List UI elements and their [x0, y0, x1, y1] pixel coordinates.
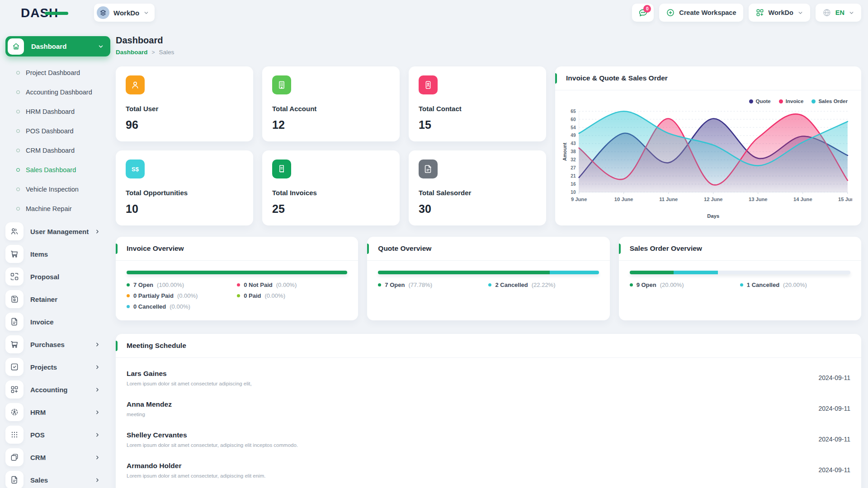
svg-text:15 June: 15 June	[838, 197, 852, 202]
legend-item: 7 Open(100.00%)	[127, 282, 237, 288]
sidebar-item-dashboard[interactable]: Dashboard	[5, 36, 110, 56]
sidebar-item-label: Accounting	[30, 386, 94, 394]
chevron-down-icon	[143, 10, 149, 16]
breadcrumb-separator: >	[152, 49, 155, 56]
sidebar-item-user-management[interactable]: User Management	[5, 220, 110, 243]
sidebar-item-sales-dashboard[interactable]: Sales Dashboard	[5, 160, 110, 179]
overview-grid: Invoice Overview 7 Open(100.00%) 0 Parti…	[116, 237, 861, 320]
workspace-switcher-button[interactable]: WorkDo	[749, 4, 810, 22]
breadcrumb-dashboard-link[interactable]: Dashboard	[116, 49, 148, 56]
svg-text:12 June: 12 June	[704, 197, 723, 202]
floppy-icon	[10, 295, 19, 304]
chevron-down-icon	[849, 10, 854, 16]
copy-icon	[10, 453, 19, 462]
workspace-name: WorkDo	[113, 9, 139, 17]
sidebar-item-machine-repair[interactable]: Machine Repair	[5, 199, 110, 218]
file-invoice-icon	[10, 317, 19, 326]
stat-label: Total Salesorder	[419, 189, 536, 197]
topbar-actions: 0 Create Workspace WorkDo EN	[632, 4, 861, 22]
sidebar-item-hrm-dashboard[interactable]: HRM Dashboard	[5, 102, 110, 121]
sidebar-item-crm-dashboard[interactable]: CRM Dashboard	[5, 141, 110, 160]
create-workspace-button[interactable]: Create Workspace	[659, 4, 743, 22]
svg-text:9 June: 9 June	[571, 197, 587, 202]
checkbox-icon	[10, 362, 19, 371]
file-icon-tile	[419, 160, 438, 178]
focus-user-icon	[10, 408, 19, 417]
chevron-down-icon	[98, 43, 104, 50]
svg-text:11 June: 11 June	[659, 197, 678, 202]
sidebar-item-vehicle-inspection[interactable]: Vehicle Inspection	[5, 179, 110, 199]
sidebar-item-label: Dashboard	[31, 42, 98, 50]
bullet-icon	[16, 168, 20, 172]
messages-button[interactable]: 0	[632, 4, 654, 22]
sidebar-item-purchases[interactable]: Purchases	[5, 333, 110, 356]
currency-icon: S$	[132, 166, 139, 173]
sidebar-item-project-dashboard[interactable]: Project Dashboard	[5, 63, 110, 82]
circle-plus-icon	[666, 8, 675, 17]
home-icon-tile	[8, 38, 24, 55]
meeting-description: Lorem ipsum dolor sit amet consectetur, …	[127, 442, 298, 448]
sidebar-item-pos-dashboard[interactable]: POS Dashboard	[5, 121, 110, 141]
svg-text:Amount: Amount	[562, 142, 567, 161]
legend-label: Quote	[756, 99, 771, 104]
cart-icon	[10, 249, 19, 258]
workspace-switcher-label: WorkDo	[769, 9, 793, 16]
sidebar-item-label: HRM	[30, 408, 94, 416]
chevron-right-icon	[94, 342, 100, 347]
workspace-avatar	[97, 6, 109, 19]
sidebar-item-items[interactable]: Items	[5, 243, 110, 265]
stats-grid: Total User 96 Total Account 12 Total Con…	[116, 66, 546, 225]
card-title: Sales Order Overview	[630, 244, 702, 253]
bullet-icon	[16, 90, 20, 94]
file-icon	[10, 475, 19, 484]
meeting-date: 2024-09-11	[818, 374, 850, 381]
svg-text:49: 49	[571, 133, 576, 138]
sidebar-item-hrm[interactable]: HRM	[5, 401, 110, 423]
chevron-down-icon	[797, 10, 803, 16]
legend-item: 7 Open(77.78%)	[378, 282, 488, 288]
legend-dot	[779, 99, 783, 103]
legend-dot	[127, 283, 130, 286]
workspace-pill[interactable]: WorkDo	[94, 4, 155, 22]
meeting-name: Armando Holder	[127, 462, 265, 470]
home-icon	[12, 42, 20, 51]
sidebar-item-sales[interactable]: Sales	[5, 469, 110, 488]
svg-text:21: 21	[571, 174, 576, 178]
sidebar-item-accounting-dashboard[interactable]: Accounting Dashboard	[5, 82, 110, 102]
sidebar-item-label: Sales Dashboard	[26, 166, 76, 174]
sidebar-item-proposal[interactable]: Proposal	[5, 265, 110, 288]
building-icon-tile	[272, 75, 291, 94]
chevron-right-icon	[94, 432, 100, 438]
meeting-row: Lars GainesLorem ipsum dolor sit amet co…	[127, 362, 850, 393]
sidebar-item-label: Proposal	[30, 273, 110, 281]
app-logo[interactable]: DASH	[21, 6, 58, 20]
svg-text:32: 32	[571, 157, 576, 162]
sidebar-item-pos[interactable]: POS	[5, 423, 110, 446]
card-title: Meeting Schedule	[127, 342, 186, 350]
sidebar-item-retainer[interactable]: Retainer	[5, 288, 110, 310]
sidebar-item-invoice[interactable]: Invoice	[5, 310, 110, 333]
file-icon	[423, 164, 433, 174]
stat-label: Total User	[126, 105, 243, 113]
sidebar-item-label: POS	[30, 431, 94, 439]
meeting-row: Anna Mendezmeeting 2024-09-11	[127, 393, 850, 424]
stat-card-total-account: Total Account 12	[262, 66, 400, 141]
meeting-date: 2024-09-11	[818, 436, 850, 443]
language-selector[interactable]: EN	[816, 4, 861, 22]
sidebar-item-crm[interactable]: CRM	[5, 446, 110, 469]
legend-dot	[630, 283, 633, 286]
legend-item-sales-order[interactable]: Sales Order	[811, 99, 848, 104]
stat-value: 30	[419, 202, 536, 216]
legend-item-quote[interactable]: Quote	[749, 99, 771, 104]
chevron-right-icon	[94, 409, 100, 415]
legend-item-invoice[interactable]: Invoice	[779, 99, 804, 104]
stat-card-total-salesorder: Total Salesorder 30	[409, 150, 546, 225]
sidebar-menu: User Management Items Proposal Retainer …	[5, 220, 110, 488]
sidebar-item-label: Items	[30, 250, 110, 258]
sidebar-item-projects[interactable]: Projects	[5, 356, 110, 378]
stat-card-total-contact: Total Contact 15	[409, 66, 546, 141]
sidebar-item-accounting[interactable]: Accounting	[5, 378, 110, 401]
legend-item: 0 Not Paid(0.00%)	[237, 282, 347, 288]
svg-text:10 June: 10 June	[614, 197, 633, 202]
meeting-date: 2024-09-11	[818, 466, 850, 474]
